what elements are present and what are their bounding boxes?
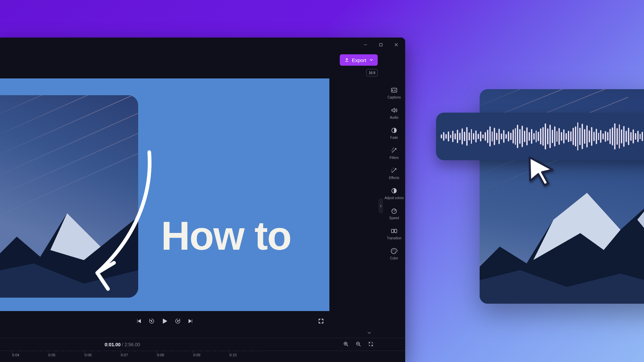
playback-controls: 5 5 [0, 312, 329, 331]
captions-icon [390, 86, 398, 94]
page-background: Export 16:9 CaptionsAudioFadeFiltersEffe… [0, 0, 644, 362]
tool-label: Transition [387, 236, 401, 240]
speed-icon [390, 207, 398, 215]
chevron-down-icon [370, 58, 373, 62]
tool-label: Audio [390, 116, 398, 119]
ruler-tick: 0:04 [12, 353, 19, 357]
transition-icon [390, 227, 398, 235]
svg-text:5: 5 [151, 320, 152, 322]
tool-captions[interactable]: Captions [387, 86, 400, 99]
tool-transition[interactable]: Transition [387, 227, 401, 240]
forward-5s-button[interactable]: 5 [175, 318, 181, 325]
collapse-sidebar-button[interactable] [378, 198, 383, 213]
video-editor-window: Export 16:9 CaptionsAudioFadeFiltersEffe… [0, 38, 405, 362]
adjust-icon [390, 187, 398, 194]
tool-adjust[interactable]: Adjust colors [384, 187, 404, 200]
svg-text:5: 5 [177, 320, 178, 322]
ruler-tick: 0:07 [121, 353, 128, 357]
audio-icon [390, 107, 398, 114]
svg-point-9 [395, 250, 395, 250]
timeline-collapse-button[interactable] [367, 330, 372, 337]
zoom-in-button[interactable] [343, 341, 349, 348]
playback-timecode: 0:01.00 / 2:56.00 [105, 342, 140, 347]
svg-rect-6 [394, 229, 397, 233]
ruler-tick: 0:08 [157, 353, 164, 357]
tool-label: Fade [390, 136, 398, 139]
svg-point-7 [392, 250, 393, 251]
timeline-ruler[interactable]: 0:040:050:060:070:080:090:10 [0, 351, 405, 361]
tool-label: Effects [389, 176, 399, 180]
fullscreen-button[interactable] [318, 318, 324, 325]
tool-label: Speed [389, 216, 399, 220]
skip-back-button[interactable] [136, 318, 142, 325]
canvas-title-text: How to [161, 213, 291, 259]
audio-waveform-panel[interactable] [436, 113, 644, 160]
upload-icon [344, 58, 349, 62]
tool-speed[interactable]: Speed [389, 207, 399, 220]
ruler-tick: 0:06 [85, 353, 92, 357]
preview-canvas[interactable]: How to [0, 78, 329, 311]
tool-label: Adjust colors [384, 196, 404, 200]
window-titlebar [0, 38, 405, 52]
ruler-tick: 0:10 [229, 353, 236, 357]
filters-icon [390, 147, 398, 154]
window-minimize-button[interactable] [359, 40, 372, 50]
tool-filters[interactable]: Filters [389, 147, 398, 160]
fade-icon [390, 127, 398, 134]
play-button[interactable] [161, 318, 168, 326]
ruler-tick: 0:05 [48, 353, 55, 357]
tool-fade[interactable]: Fade [390, 127, 398, 139]
timeline-info-row: 0:01.00 / 2:56.00 [0, 338, 405, 351]
zoom-out-button[interactable] [356, 341, 361, 348]
window-close-button[interactable] [390, 40, 402, 50]
header-row: Export [0, 53, 405, 67]
color-icon [390, 247, 398, 255]
tool-label: Filters [389, 156, 398, 160]
rewind-5s-button[interactable]: 5 [149, 318, 155, 325]
skip-forward-button[interactable] [187, 318, 194, 325]
svg-rect-0 [379, 43, 382, 46]
zoom-fit-button[interactable] [368, 341, 374, 348]
export-label: Export [352, 57, 366, 63]
export-button[interactable]: Export [340, 54, 378, 66]
tool-label: Color [390, 256, 398, 260]
ruler-tick: 0:09 [193, 353, 200, 357]
tool-color[interactable]: Color [390, 247, 398, 260]
svg-rect-5 [391, 229, 394, 233]
effects-icon [390, 167, 398, 174]
tool-label: Captions [387, 96, 400, 99]
svg-point-8 [393, 249, 394, 250]
cursor-pointer-icon [526, 156, 557, 188]
aspect-ratio-badge[interactable]: 16:9 [366, 69, 378, 76]
tool-effects[interactable]: Effects [389, 167, 399, 180]
right-toolbar: CaptionsAudioFadeFiltersEffectsAdjust co… [383, 83, 405, 362]
window-maximize-button[interactable] [374, 40, 387, 50]
tool-audio[interactable]: Audio [390, 107, 398, 119]
